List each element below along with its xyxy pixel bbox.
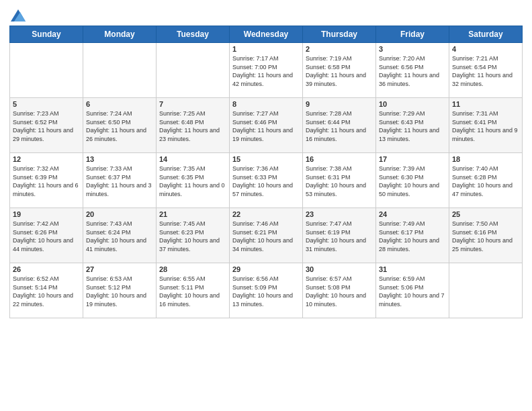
day-info: Sunrise: 7:49 AM Sunset: 6:17 PM Dayligh… [379,220,446,253]
day-header-saturday: Saturday [449,26,523,43]
day-number: 2 [306,45,373,53]
calendar-day-14: 14Sunrise: 7:35 AM Sunset: 6:35 PM Dayli… [157,153,230,208]
day-info: Sunrise: 7:23 AM Sunset: 6:52 PM Dayligh… [13,109,80,143]
day-info: Sunrise: 7:50 AM Sunset: 6:16 PM Dayligh… [452,220,519,253]
day-number: 3 [379,45,446,53]
calendar-day-30: 30Sunrise: 6:57 AM Sunset: 5:08 PM Dayli… [303,263,376,318]
day-info: Sunrise: 7:24 AM Sunset: 6:50 PM Dayligh… [86,109,153,143]
calendar-week-row: 19Sunrise: 7:42 AM Sunset: 6:26 PM Dayli… [10,208,523,263]
day-info: Sunrise: 7:39 AM Sunset: 6:30 PM Dayligh… [379,165,446,198]
day-number: 10 [379,100,446,108]
calendar-empty-cell [157,43,230,98]
calendar-day-8: 8Sunrise: 7:27 AM Sunset: 6:46 PM Daylig… [230,98,303,153]
day-info: Sunrise: 7:21 AM Sunset: 6:54 PM Dayligh… [452,54,519,88]
day-info: Sunrise: 6:53 AM Sunset: 5:12 PM Dayligh… [86,275,153,308]
day-number: 12 [13,155,80,163]
day-info: Sunrise: 7:19 AM Sunset: 6:58 PM Dayligh… [306,54,373,88]
day-header-thursday: Thursday [303,26,376,43]
day-info: Sunrise: 7:43 AM Sunset: 6:24 PM Dayligh… [86,220,153,253]
day-number: 18 [452,155,519,163]
calendar-day-10: 10Sunrise: 7:29 AM Sunset: 6:43 PM Dayli… [376,98,449,153]
calendar-day-17: 17Sunrise: 7:39 AM Sunset: 6:30 PM Dayli… [376,153,449,208]
logo-icon [11,9,26,21]
day-header-monday: Monday [83,26,157,43]
calendar-day-22: 22Sunrise: 7:46 AM Sunset: 6:21 PM Dayli… [230,208,303,263]
day-info: Sunrise: 7:36 AM Sunset: 6:33 PM Dayligh… [232,165,300,198]
calendar-week-row: 12Sunrise: 7:32 AM Sunset: 6:39 PM Dayli… [10,153,523,208]
calendar-header-row: SundayMondayTuesdayWednesdayThursdayFrid… [10,26,523,43]
day-number: 1 [232,45,300,53]
calendar-day-21: 21Sunrise: 7:45 AM Sunset: 6:23 PM Dayli… [157,208,230,263]
calendar-day-1: 1Sunrise: 7:17 AM Sunset: 7:00 PM Daylig… [230,43,303,98]
calendar-day-16: 16Sunrise: 7:38 AM Sunset: 6:31 PM Dayli… [303,153,376,208]
day-info: Sunrise: 6:57 AM Sunset: 5:08 PM Dayligh… [306,275,373,308]
day-number: 23 [306,210,373,218]
day-number: 17 [379,155,446,163]
day-number: 13 [86,155,153,163]
calendar-day-23: 23Sunrise: 7:47 AM Sunset: 6:19 PM Dayli… [303,208,376,263]
day-info: Sunrise: 7:28 AM Sunset: 6:44 PM Dayligh… [306,109,373,143]
calendar-day-31: 31Sunrise: 6:59 AM Sunset: 5:06 PM Dayli… [376,263,449,318]
day-number: 16 [306,155,373,163]
calendar-week-row: 1Sunrise: 7:17 AM Sunset: 7:00 PM Daylig… [10,43,523,98]
day-number: 9 [306,100,373,108]
day-number: 29 [232,265,300,273]
logo [9,9,26,21]
day-number: 14 [159,155,226,163]
calendar-week-row: 5Sunrise: 7:23 AM Sunset: 6:52 PM Daylig… [10,98,523,153]
calendar-day-28: 28Sunrise: 6:55 AM Sunset: 5:11 PM Dayli… [157,263,230,318]
calendar-day-25: 25Sunrise: 7:50 AM Sunset: 6:16 PM Dayli… [449,208,523,263]
day-info: Sunrise: 7:31 AM Sunset: 6:41 PM Dayligh… [452,109,519,143]
day-number: 5 [13,100,80,108]
day-number: 8 [232,100,300,108]
day-number: 25 [452,210,519,218]
day-number: 21 [159,210,226,218]
day-number: 20 [86,210,153,218]
calendar-week-row: 26Sunrise: 6:52 AM Sunset: 5:14 PM Dayli… [10,263,523,318]
day-info: Sunrise: 7:17 AM Sunset: 7:00 PM Dayligh… [232,54,300,88]
calendar-day-11: 11Sunrise: 7:31 AM Sunset: 6:41 PM Dayli… [449,98,523,153]
day-number: 15 [232,155,300,163]
day-info: Sunrise: 7:27 AM Sunset: 6:46 PM Dayligh… [232,109,300,143]
day-info: Sunrise: 7:46 AM Sunset: 6:21 PM Dayligh… [232,220,300,253]
header [9,7,523,21]
calendar-day-19: 19Sunrise: 7:42 AM Sunset: 6:26 PM Dayli… [10,208,83,263]
day-info: Sunrise: 7:32 AM Sunset: 6:39 PM Dayligh… [13,165,80,198]
calendar-day-12: 12Sunrise: 7:32 AM Sunset: 6:39 PM Dayli… [10,153,83,208]
calendar-day-26: 26Sunrise: 6:52 AM Sunset: 5:14 PM Dayli… [10,263,83,318]
day-info: Sunrise: 7:38 AM Sunset: 6:31 PM Dayligh… [306,165,373,198]
calendar-day-27: 27Sunrise: 6:53 AM Sunset: 5:12 PM Dayli… [83,263,157,318]
day-info: Sunrise: 7:35 AM Sunset: 6:35 PM Dayligh… [159,165,226,198]
day-number: 24 [379,210,446,218]
day-number: 27 [86,265,153,273]
day-info: Sunrise: 6:55 AM Sunset: 5:11 PM Dayligh… [159,275,226,308]
day-header-sunday: Sunday [10,26,83,43]
calendar-day-15: 15Sunrise: 7:36 AM Sunset: 6:33 PM Dayli… [230,153,303,208]
calendar-day-20: 20Sunrise: 7:43 AM Sunset: 6:24 PM Dayli… [83,208,157,263]
calendar-table: SundayMondayTuesdayWednesdayThursdayFrid… [9,26,523,318]
calendar-day-4: 4Sunrise: 7:21 AM Sunset: 6:54 PM Daylig… [449,43,523,98]
calendar-day-2: 2Sunrise: 7:19 AM Sunset: 6:58 PM Daylig… [303,43,376,98]
calendar-day-3: 3Sunrise: 7:20 AM Sunset: 6:56 PM Daylig… [376,43,449,98]
day-info: Sunrise: 7:33 AM Sunset: 6:37 PM Dayligh… [86,165,153,198]
day-info: Sunrise: 6:52 AM Sunset: 5:14 PM Dayligh… [13,275,80,308]
day-header-tuesday: Tuesday [157,26,230,43]
calendar-day-9: 9Sunrise: 7:28 AM Sunset: 6:44 PM Daylig… [303,98,376,153]
day-number: 7 [159,100,226,108]
day-number: 30 [306,265,373,273]
day-number: 19 [13,210,80,218]
day-number: 31 [379,265,446,273]
calendar-day-13: 13Sunrise: 7:33 AM Sunset: 6:37 PM Dayli… [83,153,157,208]
calendar-day-5: 5Sunrise: 7:23 AM Sunset: 6:52 PM Daylig… [10,98,83,153]
day-info: Sunrise: 6:56 AM Sunset: 5:09 PM Dayligh… [232,275,300,308]
calendar-empty-cell [10,43,83,98]
day-info: Sunrise: 7:40 AM Sunset: 6:28 PM Dayligh… [452,165,519,198]
calendar-day-6: 6Sunrise: 7:24 AM Sunset: 6:50 PM Daylig… [83,98,157,153]
page: SundayMondayTuesdayWednesdayThursdayFrid… [0,0,532,411]
calendar-day-29: 29Sunrise: 6:56 AM Sunset: 5:09 PM Dayli… [230,263,303,318]
day-number: 6 [86,100,153,108]
day-info: Sunrise: 7:42 AM Sunset: 6:26 PM Dayligh… [13,220,80,253]
day-info: Sunrise: 7:47 AM Sunset: 6:19 PM Dayligh… [306,220,373,253]
calendar-empty-cell [83,43,157,98]
day-number: 11 [452,100,519,108]
